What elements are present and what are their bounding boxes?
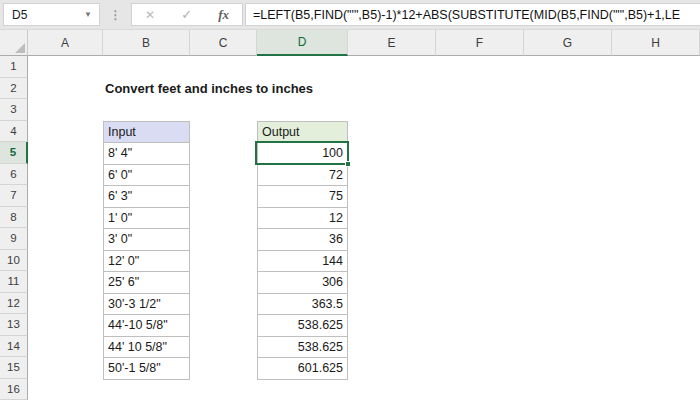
output-cell-row7[interactable]: 75 — [258, 186, 348, 208]
worksheet-title: Convert feet and inches to inches — [105, 78, 313, 100]
formula-buttons: ✕ ✓ fx — [131, 3, 243, 26]
input-cell-row10[interactable]: 12' 0" — [104, 251, 190, 273]
row-header-14[interactable]: 14 — [0, 336, 28, 358]
output-table: Output10072751236144306363.5538.625538.6… — [257, 121, 348, 380]
output-cell-row6[interactable]: 72 — [258, 165, 348, 187]
select-all-triangle-icon — [15, 43, 25, 53]
formula-input[interactable]: =LEFT(B5,FIND("'",B5)-1)*12+ABS(SUBSTITU… — [245, 3, 700, 26]
row-header-3[interactable]: 3 — [0, 99, 28, 121]
input-table: Input8' 4"6' 0"6' 3"1' 0"3' 0"12' 0"25' … — [103, 121, 190, 380]
output-cell-row10[interactable]: 144 — [258, 251, 348, 273]
column-header-C[interactable]: C — [190, 30, 257, 56]
row-header-12[interactable]: 12 — [0, 293, 28, 315]
name-box-value: D5 — [12, 8, 27, 22]
row-header-5[interactable]: 5 — [0, 142, 28, 164]
row-header-9[interactable]: 9 — [0, 228, 28, 250]
row-headers: 12345678910111213141516 — [0, 56, 28, 400]
sheet-body: 12345678910111213141516 Convert feet and… — [0, 56, 700, 400]
name-box[interactable]: D5 ▼ — [3, 3, 100, 26]
cancel-icon[interactable]: ✕ — [145, 8, 155, 22]
formula-bar-row: D5 ▼ ⋮ ✕ ✓ fx =LEFT(B5,FIND("'",B5)-1)*1… — [0, 0, 700, 30]
output-cell-row15[interactable]: 601.625 — [258, 358, 348, 380]
input-cell-row15[interactable]: 50'-1 5/8" — [104, 358, 190, 380]
input-cell-row6[interactable]: 6' 0" — [104, 165, 190, 187]
column-headers: ABCDEFGH — [0, 30, 700, 56]
input-cell-row7[interactable]: 6' 3" — [104, 186, 190, 208]
column-header-G[interactable]: G — [524, 30, 612, 56]
row-header-6[interactable]: 6 — [0, 164, 28, 186]
row-header-8[interactable]: 8 — [0, 207, 28, 229]
input-cell-row14[interactable]: 44' 10 5/8" — [104, 337, 190, 359]
formula-bar-divider-dots-icon: ⋮ — [100, 8, 131, 22]
output-header-cell[interactable]: Output — [258, 122, 348, 144]
output-cell-row5[interactable]: 100 — [258, 143, 348, 165]
column-header-E[interactable]: E — [348, 30, 436, 56]
input-header-cell[interactable]: Input — [104, 122, 190, 144]
excel-window: D5 ▼ ⋮ ✕ ✓ fx =LEFT(B5,FIND("'",B5)-1)*1… — [0, 0, 700, 400]
sheet-grid[interactable]: Convert feet and inches to inches Input8… — [28, 56, 700, 400]
input-cell-row12[interactable]: 30'-3 1/2" — [104, 294, 190, 316]
row-header-15[interactable]: 15 — [0, 357, 28, 379]
column-header-H[interactable]: H — [612, 30, 700, 56]
output-cell-row9[interactable]: 36 — [258, 229, 348, 251]
row-header-13[interactable]: 13 — [0, 314, 28, 336]
row-header-7[interactable]: 7 — [0, 185, 28, 207]
column-header-F[interactable]: F — [436, 30, 524, 56]
input-cell-row9[interactable]: 3' 0" — [104, 229, 190, 251]
output-cell-row13[interactable]: 538.625 — [258, 315, 348, 337]
enter-icon[interactable]: ✓ — [181, 7, 192, 22]
row-header-11[interactable]: 11 — [0, 271, 28, 293]
column-header-A[interactable]: A — [28, 30, 103, 56]
row-header-2[interactable]: 2 — [0, 78, 28, 100]
formula-text: =LEFT(B5,FIND("'",B5)-1)*12+ABS(SUBSTITU… — [253, 8, 680, 22]
output-cell-row12[interactable]: 363.5 — [258, 294, 348, 316]
row-header-16[interactable]: 16 — [0, 379, 28, 400]
input-cell-row8[interactable]: 1' 0" — [104, 208, 190, 230]
output-cell-row11[interactable]: 306 — [258, 272, 348, 294]
output-cell-row8[interactable]: 12 — [258, 208, 348, 230]
row-header-4[interactable]: 4 — [0, 121, 28, 143]
input-cell-row11[interactable]: 25' 6" — [104, 272, 190, 294]
column-header-B[interactable]: B — [103, 30, 190, 56]
name-box-dropdown-icon[interactable]: ▼ — [84, 11, 99, 19]
input-cell-row5[interactable]: 8' 4" — [104, 143, 190, 165]
column-header-D[interactable]: D — [257, 30, 348, 56]
input-cell-row13[interactable]: 44'-10 5/8" — [104, 315, 190, 337]
insert-function-icon[interactable]: fx — [218, 7, 229, 23]
output-cell-row14[interactable]: 538.625 — [258, 337, 348, 359]
select-all-corner[interactable] — [0, 30, 28, 56]
row-header-1[interactable]: 1 — [0, 56, 28, 78]
row-header-10[interactable]: 10 — [0, 250, 28, 272]
